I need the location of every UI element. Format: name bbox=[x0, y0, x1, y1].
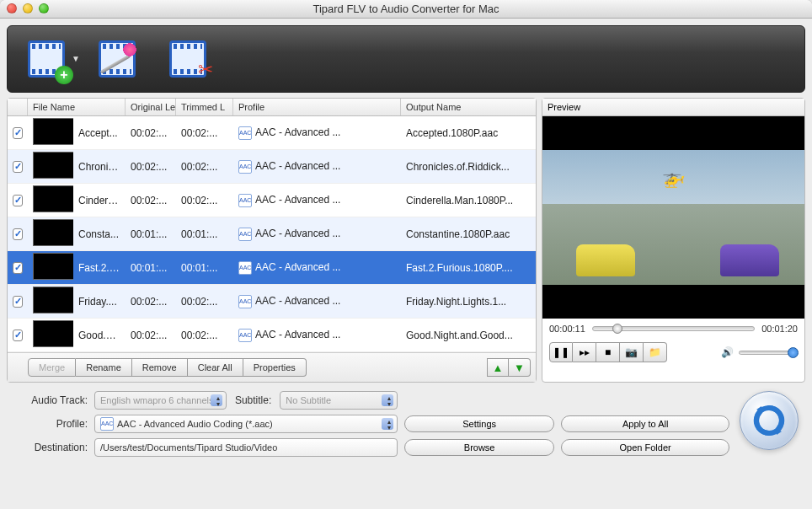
cell-trimmed: 00:02:... bbox=[176, 161, 233, 173]
cell-output: Good.Night.and.Good... bbox=[401, 330, 536, 341]
minimize-window-button[interactable] bbox=[23, 3, 33, 13]
cell-filename: Friday.... bbox=[73, 296, 126, 308]
table-row[interactable]: ✓Consta...00:01:...00:01:...AACAAC - Adv… bbox=[8, 217, 536, 251]
cell-profile: AACAAC - Advanced ... bbox=[233, 228, 401, 241]
cell-trimmed: 00:02:... bbox=[176, 296, 233, 308]
table-row[interactable]: ✓Cindere...00:02:...00:02:...AACAAC - Ad… bbox=[8, 184, 536, 217]
row-checkbox[interactable]: ✓ bbox=[13, 228, 23, 240]
file-list-panel: File Name Original Le Trimmed L Profile … bbox=[7, 98, 537, 383]
apply-to-all-button[interactable]: Apply to All bbox=[561, 415, 729, 432]
properties-button[interactable]: Properties bbox=[243, 358, 307, 377]
aac-icon: AAC bbox=[238, 194, 252, 207]
file-rows: ✓Accept...00:02:...00:02:...AACAAC - Adv… bbox=[8, 116, 536, 352]
row-checkbox[interactable]: ✓ bbox=[13, 330, 23, 341]
cell-profile: AACAAC - Advanced ... bbox=[233, 329, 401, 342]
zoom-window-button[interactable] bbox=[39, 3, 49, 13]
table-row[interactable]: ✓Good.N...00:02:...00:02:...AACAAC - Adv… bbox=[8, 319, 536, 352]
cell-original: 00:02:... bbox=[126, 330, 176, 341]
cell-output: Fast.2.Furious.1080P.... bbox=[401, 262, 536, 274]
camera-icon: 📷 bbox=[625, 346, 638, 358]
cell-filename: Fast.2.F... bbox=[73, 262, 126, 274]
seek-slider[interactable] bbox=[592, 326, 755, 331]
aac-icon: AAC bbox=[238, 126, 252, 140]
close-window-button[interactable] bbox=[7, 3, 17, 13]
cell-original: 00:02:... bbox=[126, 127, 176, 139]
scissors-icon: ✂ bbox=[198, 59, 213, 81]
thumbnail bbox=[33, 152, 73, 179]
chevron-down-icon[interactable]: ▼ bbox=[72, 54, 80, 63]
row-checkbox[interactable]: ✓ bbox=[13, 195, 23, 206]
volume-knob[interactable] bbox=[788, 347, 799, 358]
table-row[interactable]: ✓Chronic...00:02:...00:02:...AACAAC - Ad… bbox=[8, 150, 536, 184]
thumbnail bbox=[33, 253, 73, 280]
cell-original: 00:02:... bbox=[126, 296, 176, 308]
col-trimmed-length[interactable]: Trimmed L bbox=[176, 99, 233, 115]
aac-icon: AAC bbox=[238, 228, 252, 241]
cell-original: 00:01:... bbox=[126, 228, 176, 240]
preview-video[interactable]: 🚁 bbox=[542, 116, 804, 319]
open-folder-button[interactable]: Open Folder bbox=[561, 439, 729, 456]
col-filename[interactable]: File Name bbox=[28, 99, 126, 115]
thumbnail bbox=[33, 219, 73, 246]
profile-label: Profile: bbox=[13, 418, 88, 430]
audio-track-label: Audio Track: bbox=[13, 394, 88, 406]
clear-all-button[interactable]: Clear All bbox=[188, 358, 243, 377]
browse-button[interactable]: Browse bbox=[404, 439, 554, 456]
current-time: 00:00:11 bbox=[549, 324, 585, 334]
table-row[interactable]: ✓Friday....00:02:...00:02:...AACAAC - Ad… bbox=[8, 285, 536, 319]
remove-button[interactable]: Remove bbox=[132, 358, 188, 377]
row-checkbox[interactable]: ✓ bbox=[13, 127, 23, 139]
pause-button[interactable]: ❚❚ bbox=[549, 342, 573, 362]
cell-profile: AACAAC - Advanced ... bbox=[233, 261, 401, 275]
cell-trimmed: 00:02:... bbox=[176, 127, 233, 139]
aac-icon: AAC bbox=[238, 160, 252, 174]
row-checkbox[interactable]: ✓ bbox=[13, 262, 23, 274]
aac-icon: AAC bbox=[238, 329, 252, 342]
effect-button[interactable] bbox=[93, 37, 141, 81]
add-file-button[interactable]: + ▼ bbox=[23, 37, 70, 81]
stop-button[interactable]: ■ bbox=[596, 342, 620, 362]
snapshot-button[interactable]: 📷 bbox=[620, 342, 644, 362]
helicopter-icon: 🚁 bbox=[662, 167, 685, 189]
cell-original: 00:01:... bbox=[126, 262, 176, 274]
merge-button[interactable]: Merge bbox=[28, 358, 76, 377]
move-up-button[interactable]: ▲ bbox=[487, 358, 509, 377]
volume-slider[interactable] bbox=[739, 351, 798, 355]
cell-output: Accepted.1080P.aac bbox=[401, 127, 536, 139]
cell-filename: Cindere... bbox=[73, 195, 126, 206]
col-output-name[interactable]: Output Name bbox=[401, 99, 536, 115]
step-forward-button[interactable]: ▸▸ bbox=[573, 342, 596, 362]
trim-button[interactable]: ✂ bbox=[164, 37, 211, 81]
cell-profile: AACAAC - Advanced ... bbox=[233, 194, 401, 207]
thumbnail bbox=[33, 185, 73, 212]
open-snapshot-folder-button[interactable]: 📁 bbox=[644, 342, 667, 362]
total-time: 00:01:20 bbox=[761, 324, 798, 334]
col-profile[interactable]: Profile bbox=[233, 99, 401, 115]
thumbnail bbox=[33, 118, 73, 145]
convert-button[interactable] bbox=[740, 391, 799, 450]
table-row[interactable]: ✓Fast.2.F...00:01:...00:01:...AACAAC - A… bbox=[8, 251, 536, 285]
rename-button[interactable]: Rename bbox=[76, 358, 132, 377]
audio-track-select[interactable]: English wmapro 6 channels▴▾ bbox=[94, 391, 227, 410]
sparkle-icon bbox=[122, 42, 137, 57]
table-row[interactable]: ✓Accept...00:02:...00:02:...AACAAC - Adv… bbox=[8, 116, 536, 150]
settings-button[interactable]: Settings bbox=[404, 415, 554, 432]
destination-input[interactable]: /Users/test/Documents/Tipard Studio/Vide… bbox=[94, 438, 398, 457]
row-checkbox[interactable]: ✓ bbox=[13, 296, 23, 308]
cell-output: Cinderella.Man.1080P... bbox=[401, 195, 536, 206]
row-checkbox[interactable]: ✓ bbox=[13, 161, 23, 173]
col-original-length[interactable]: Original Le bbox=[126, 99, 176, 115]
seek-knob[interactable] bbox=[612, 324, 622, 334]
cell-filename: Accept... bbox=[73, 127, 126, 139]
preview-label: Preview bbox=[542, 99, 804, 116]
profile-select[interactable]: AAC AAC - Advanced Audio Coding (*.aac)▴… bbox=[94, 415, 398, 433]
destination-label: Destination: bbox=[13, 442, 88, 453]
column-headers: File Name Original Le Trimmed L Profile … bbox=[8, 99, 536, 116]
move-down-button[interactable]: ▼ bbox=[509, 358, 531, 377]
cell-filename: Good.N... bbox=[73, 330, 126, 341]
subtitle-select[interactable]: No Subtitle▴▾ bbox=[280, 391, 398, 410]
cell-output: Constantine.1080P.aac bbox=[401, 228, 536, 240]
aac-icon: AAC bbox=[100, 417, 114, 431]
cell-filename: Consta... bbox=[73, 228, 126, 240]
cell-trimmed: 00:02:... bbox=[176, 330, 233, 341]
